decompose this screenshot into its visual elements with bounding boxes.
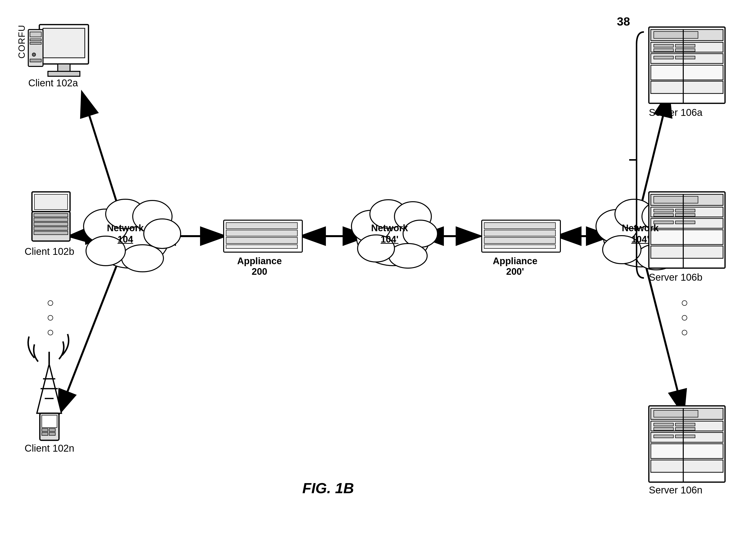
svg-rect-55 <box>32 211 70 241</box>
svg-rect-73 <box>49 433 55 435</box>
svg-rect-70 <box>42 429 48 432</box>
bracket-number: 38 <box>617 15 630 28</box>
svg-rect-77 <box>651 42 723 52</box>
svg-rect-80 <box>654 49 673 52</box>
svg-rect-48 <box>48 71 80 76</box>
svg-rect-114 <box>651 460 723 472</box>
svg-rect-94 <box>654 213 673 216</box>
svg-rect-98 <box>675 221 695 224</box>
svg-rect-39 <box>226 245 297 248</box>
svg-rect-72 <box>42 433 48 435</box>
svg-rect-93 <box>675 209 695 212</box>
svg-rect-78 <box>654 44 673 47</box>
svg-line-5 <box>70 234 108 236</box>
svg-rect-81 <box>675 49 695 52</box>
corfu-label: CORFU <box>17 25 27 59</box>
svg-rect-102 <box>649 406 725 482</box>
appliance-200-prime-label: Appliance200' <box>493 256 538 277</box>
svg-rect-85 <box>651 65 723 80</box>
svg-rect-71 <box>49 429 55 432</box>
svg-rect-88 <box>649 192 725 268</box>
svg-rect-38 <box>226 237 297 243</box>
svg-line-4 <box>82 93 120 214</box>
client-102a-label: Client 102a <box>28 77 78 89</box>
svg-rect-109 <box>675 428 695 431</box>
svg-point-26 <box>389 243 427 268</box>
svg-rect-46 <box>43 28 85 58</box>
svg-rect-111 <box>654 435 673 438</box>
svg-rect-54 <box>30 59 41 62</box>
svg-rect-51 <box>30 39 41 41</box>
svg-rect-105 <box>651 421 723 431</box>
svg-rect-84 <box>675 56 695 59</box>
svg-rect-58 <box>34 222 68 226</box>
server-106a-label: Server 106a <box>649 107 702 118</box>
svg-rect-89 <box>651 194 723 205</box>
svg-rect-79 <box>675 44 695 47</box>
svg-rect-74 <box>649 27 725 103</box>
svg-rect-35 <box>224 220 302 252</box>
svg-marker-63 <box>37 364 61 413</box>
svg-rect-104 <box>654 410 698 417</box>
svg-rect-90 <box>654 196 698 203</box>
svg-rect-76 <box>654 31 698 38</box>
client-dots: ○○○ <box>47 295 54 340</box>
svg-rect-95 <box>675 213 695 216</box>
svg-rect-82 <box>651 54 723 63</box>
svg-rect-69 <box>42 415 57 428</box>
svg-rect-43 <box>484 237 555 243</box>
svg-rect-110 <box>651 433 723 442</box>
fig-label: FIG. 1B <box>302 480 354 497</box>
svg-rect-99 <box>651 230 723 244</box>
svg-rect-56 <box>34 213 68 217</box>
svg-rect-103 <box>651 408 723 419</box>
svg-rect-37 <box>226 230 297 236</box>
svg-point-53 <box>32 53 36 56</box>
svg-rect-112 <box>675 435 695 438</box>
client-102b-label: Client 102b <box>25 246 74 257</box>
svg-rect-86 <box>651 81 723 93</box>
svg-rect-59 <box>34 227 68 230</box>
svg-rect-83 <box>654 56 673 59</box>
svg-rect-96 <box>651 218 723 228</box>
svg-rect-113 <box>651 444 723 459</box>
server-106b-label: Server 106b <box>649 272 702 283</box>
svg-rect-92 <box>654 209 673 212</box>
svg-rect-47 <box>58 64 70 71</box>
svg-rect-42 <box>484 230 555 236</box>
svg-point-19 <box>122 245 163 272</box>
svg-rect-49 <box>28 29 43 66</box>
svg-rect-107 <box>675 423 695 426</box>
svg-rect-36 <box>226 222 297 229</box>
svg-rect-44 <box>484 245 555 248</box>
svg-rect-100 <box>651 246 723 258</box>
svg-rect-91 <box>651 207 723 217</box>
svg-point-25 <box>403 220 437 247</box>
server-106n-label: Server 106n <box>649 485 702 496</box>
network-104-prime-right-label: Network104' <box>622 222 659 245</box>
svg-rect-52 <box>30 42 41 44</box>
svg-line-6 <box>59 256 120 413</box>
appliance-200-label: Appliance200 <box>237 256 282 277</box>
svg-rect-106 <box>654 423 673 426</box>
svg-rect-50 <box>30 32 41 37</box>
server-dots: ○○○ <box>681 295 688 340</box>
network-104-label: Network104 <box>107 222 144 245</box>
svg-rect-57 <box>34 218 68 221</box>
svg-point-33 <box>637 244 676 270</box>
client-102n-label: Client 102n <box>25 443 74 454</box>
svg-rect-75 <box>651 29 723 41</box>
svg-point-18 <box>144 219 181 248</box>
svg-rect-61 <box>32 192 70 211</box>
svg-rect-45 <box>39 25 88 64</box>
svg-rect-60 <box>34 231 68 235</box>
svg-rect-40 <box>482 220 560 252</box>
svg-rect-108 <box>654 428 673 431</box>
network-104-prime-mid-label: Network104' <box>371 222 408 245</box>
svg-rect-41 <box>484 222 555 229</box>
svg-rect-62 <box>34 194 68 209</box>
svg-rect-68 <box>40 413 59 440</box>
